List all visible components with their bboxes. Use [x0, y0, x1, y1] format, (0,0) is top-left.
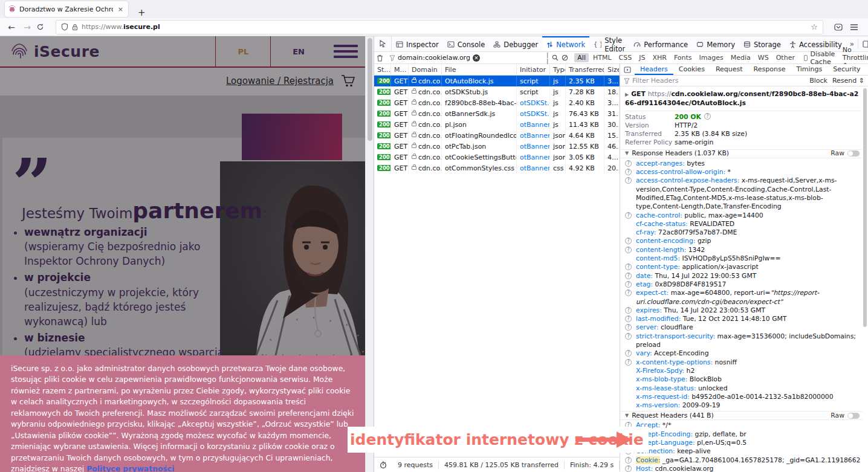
filter-pill-fonts[interactable]: Fonts	[671, 53, 695, 62]
help-icon[interactable]: ?	[625, 465, 632, 472]
column-header-st[interactable]: St…	[374, 64, 391, 75]
help-icon[interactable]: ?	[625, 160, 632, 167]
clear-requests-button[interactable]	[377, 54, 383, 62]
help-icon[interactable]: ?	[704, 113, 711, 120]
column-header-transferred[interactable]: Transferred	[566, 64, 604, 75]
request-row[interactable]: 200GETcdn.co…otBannerSdk.jsotSDKSt…js76.…	[374, 108, 620, 119]
details-tab-response[interactable]: Response	[748, 64, 791, 75]
request-headers-section-header[interactable]: ▼ Request Headers (441 B) Raw	[620, 411, 862, 420]
response-headers-section-header[interactable]: ▼ Response Headers (1.037 KB) Raw	[620, 149, 862, 158]
back-button[interactable]: ←	[5, 22, 18, 32]
raw-toggle[interactable]	[847, 150, 860, 157]
lock-icon[interactable]	[72, 24, 78, 31]
help-icon[interactable]: ?	[625, 238, 632, 244]
column-header-file[interactable]: File	[442, 64, 517, 75]
request-row[interactable]: 200GETcdn.co…otFloatingRoundedIcon.jsono…	[374, 130, 620, 141]
block-icon	[562, 54, 568, 61]
raw-toggle[interactable]	[847, 413, 860, 419]
filter-urls-input[interactable]: domain:cookielaw.org ✕	[389, 54, 543, 62]
column-header-initiator[interactable]: Initiator	[517, 64, 550, 75]
tab-close-icon[interactable]: ×	[117, 5, 125, 13]
privacy-policy-link[interactable]: Polityce prywatności	[86, 464, 174, 472]
disable-cache-checkbox[interactable]: Disable Cache	[804, 50, 837, 66]
reload-button[interactable]	[36, 23, 50, 31]
help-icon[interactable]: ?	[625, 307, 632, 314]
filter-pill-other[interactable]: Other	[773, 53, 798, 62]
devtools-tab-network[interactable]: Network	[542, 36, 589, 51]
filter-pill-media[interactable]: Media	[728, 53, 754, 62]
help-icon[interactable]: ?	[625, 289, 632, 296]
column-header-domain[interactable]: Domain	[409, 64, 442, 75]
filter-pill-css[interactable]: CSS	[616, 53, 635, 62]
pick-element-button[interactable]	[374, 36, 392, 51]
details-tab-headers[interactable]: Headers	[635, 64, 673, 75]
request-row[interactable]: 200GETcdn.co…pl.jsonotBanner…js11.43 KB3…	[374, 119, 620, 130]
request-url-line[interactable]: ▶GEThttps://cdn.cookielaw.org/consent/f2…	[625, 90, 861, 111]
filter-pill-js[interactable]: JS	[636, 53, 648, 62]
request-row[interactable]: 200GETcdn.co…otCookieSettingsButton.json…	[374, 152, 620, 163]
request-row[interactable]: 200GETcdn.co…f2890bc8-88eb-4bac-a266-df9…	[374, 97, 620, 108]
url-bar[interactable]: https://www.isecure.pl ☆	[56, 20, 823, 34]
clear-filter-icon[interactable]: ✕	[473, 54, 480, 62]
help-icon[interactable]: ?	[625, 333, 632, 340]
filter-pill-xhr[interactable]: XHR	[649, 53, 669, 62]
column-header-m[interactable]: M…	[391, 64, 409, 75]
request-row[interactable]: 200GETcdn.co…otSDKStub.jsscriptjs7.28 KB…	[374, 86, 620, 97]
column-header-size[interactable]: Size	[604, 64, 620, 75]
help-icon[interactable]: ?	[625, 273, 632, 279]
devtools-tab-memory[interactable]: Memory	[692, 36, 739, 51]
filter-pill-images[interactable]: Images	[696, 53, 727, 62]
help-icon[interactable]: ?	[625, 212, 632, 219]
pause-traffic-button[interactable]: | |	[546, 52, 549, 64]
devtools-tab-performance[interactable]: Performance	[629, 36, 692, 51]
page-scrollbar[interactable]	[365, 36, 374, 472]
request-row[interactable]: 200GETcdn.co…OtAutoBlock.jsscriptjs2.35 …	[374, 76, 620, 86]
help-icon[interactable]: ?	[625, 247, 632, 253]
filter-headers-input[interactable]: Filter Headers	[632, 77, 679, 85]
shield-icon[interactable]	[61, 23, 68, 31]
resend-button[interactable]: Resend ⇕	[832, 77, 864, 85]
header-name: strict-transport-security:	[636, 332, 715, 340]
devtools-tab-inspector[interactable]: Inspector	[392, 36, 443, 51]
browser-tab[interactable]: Doradztwo w Zakresie Ochrony Dany ×	[5, 1, 128, 17]
devtools-tab-storage[interactable]: Storage	[739, 36, 785, 51]
devtools-tab-debugger[interactable]: Debugger	[489, 36, 542, 51]
column-header-type[interactable]: Type	[550, 64, 566, 75]
devtools-tab-console[interactable]: Console	[443, 36, 490, 51]
details-tab-timings[interactable]: Timings	[791, 64, 828, 75]
details-scrollbar[interactable]	[862, 87, 868, 472]
scrollbar-thumb[interactable]	[863, 88, 867, 327]
details-pane-toggle-button[interactable]	[620, 64, 635, 75]
details-tab-request[interactable]: Request	[710, 64, 748, 75]
filter-pill-ws[interactable]: WS	[755, 53, 772, 62]
search-button[interactable]	[552, 54, 559, 61]
details-tab-security[interactable]: Security	[828, 64, 866, 75]
pocket-icon[interactable]	[834, 23, 843, 31]
help-icon[interactable]: ?	[625, 350, 632, 357]
bookmark-star-icon[interactable]: ☆	[811, 22, 818, 31]
help-icon[interactable]: ?	[625, 177, 632, 184]
tab-label: Storage	[754, 40, 781, 49]
filter-pill-all[interactable]: All	[574, 53, 589, 62]
filter-pill-html[interactable]: HTML	[590, 53, 615, 62]
help-icon[interactable]: ?	[625, 359, 632, 366]
devtools-tab-accessibility[interactable]: Accessibility	[785, 36, 846, 51]
devtools-tab-style-editor[interactable]: { }Style Editor	[589, 36, 629, 51]
help-icon[interactable]: ?	[625, 169, 632, 175]
help-icon[interactable]: ?	[625, 315, 632, 322]
new-tab-button[interactable]: +	[134, 7, 149, 18]
performance-analysis-button[interactable]	[374, 461, 392, 470]
scrollbar-thumb[interactable]	[368, 38, 372, 141]
help-icon[interactable]: ?	[625, 263, 632, 270]
help-icon[interactable]: ?	[625, 324, 632, 331]
help-icon[interactable]: ?	[625, 457, 632, 464]
request-row[interactable]: 200GETcdn.co…otPcTab.jsonotBanner…json12…	[374, 141, 620, 152]
help-icon[interactable]: ?	[625, 281, 632, 288]
details-tab-cookies[interactable]: Cookies	[673, 64, 710, 75]
request-row[interactable]: 200GETcdn.co…otCommonStyles.cssotBanner……	[374, 163, 620, 173]
app-menu-icon[interactable]	[850, 24, 858, 31]
blocking-button[interactable]	[562, 54, 568, 61]
forward-button[interactable]: →	[21, 22, 34, 32]
block-url-button[interactable]: Block	[809, 77, 828, 85]
header-value: application/x-javascript	[680, 263, 759, 271]
